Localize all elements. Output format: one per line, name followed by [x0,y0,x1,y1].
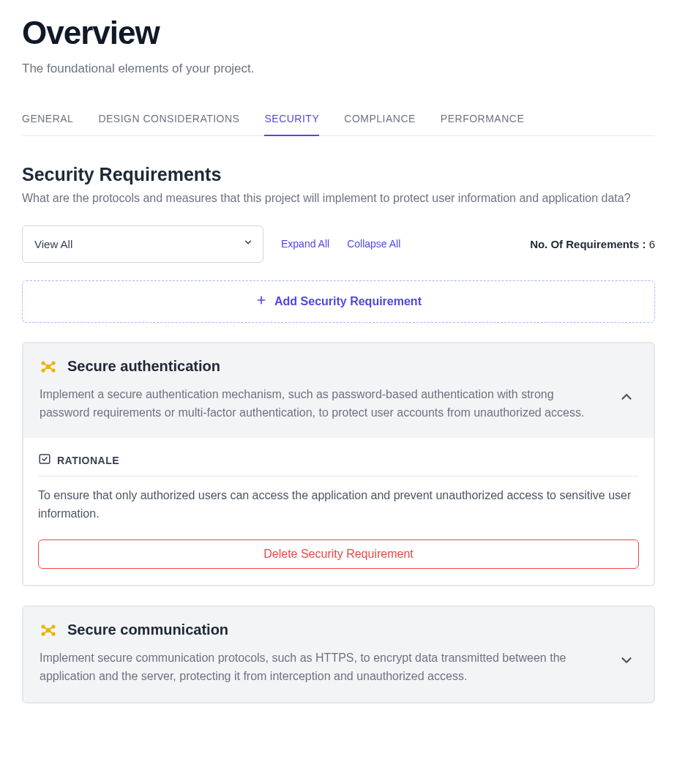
requirement-title: Secure authentication [67,358,220,375]
network-icon [40,621,57,639]
requirement-description: Implement a secure authentication mechan… [40,386,601,422]
delete-security-requirement-button[interactable]: Delete Security Requirement [38,540,639,569]
filter-select-value[interactable]: View All [22,225,263,263]
filter-select[interactable]: View All [22,225,263,263]
section-description: What are the protocols and measures that… [22,190,655,208]
network-icon [40,358,57,376]
tabs: GENERAL DESIGN CONSIDERATIONS SECURITY C… [22,105,655,136]
tab-security[interactable]: SECURITY [264,105,319,136]
requirements-count-label: No. Of Requirements : [530,238,646,250]
tab-general[interactable]: GENERAL [22,105,73,136]
tab-design-considerations[interactable]: DESIGN CONSIDERATIONS [98,105,239,136]
requirement-title: Secure communication [67,621,228,638]
expand-button[interactable] [616,649,637,673]
rationale-text: To ensure that only authorized users can… [38,487,639,523]
requirement-description: Implement secure communication protocols… [40,649,601,686]
tab-performance[interactable]: PERFORMANCE [441,105,524,136]
page-title: Overview [22,15,655,51]
requirements-count: No. Of Requirements : 6 [530,238,655,250]
checklist-icon [38,452,51,468]
add-security-requirement-button[interactable]: Add Security Requirement [22,280,655,323]
chevron-up-icon [618,396,635,407]
tab-compliance[interactable]: COMPLIANCE [344,105,416,136]
collapse-button[interactable] [616,386,637,410]
rationale-heading: RATIONALE [57,455,119,466]
requirement-header[interactable]: Secure communication Implement secure co… [23,607,654,702]
plus-icon [255,294,267,309]
requirements-count-value: 6 [649,238,655,250]
controls-row: View All Expand All Collapse All No. Of … [22,225,655,263]
security-requirement-secure-authentication: Secure authentication Implement a secure… [22,342,655,586]
expand-all-button[interactable]: Expand All [281,238,329,250]
divider [38,476,639,477]
add-button-label: Add Security Requirement [274,295,422,308]
requirement-header[interactable]: Secure authentication Implement a secure… [23,343,654,438]
svg-rect-11 [40,455,50,463]
collapse-all-button[interactable]: Collapse All [347,238,400,250]
chevron-down-icon [618,660,635,671]
section-title: Security Requirements [22,164,655,185]
security-requirement-secure-communication: Secure communication Implement secure co… [22,605,655,703]
page-subtitle: The foundational elements of your projec… [22,61,655,76]
requirement-body: RATIONALE To ensure that only authorized… [23,438,654,585]
